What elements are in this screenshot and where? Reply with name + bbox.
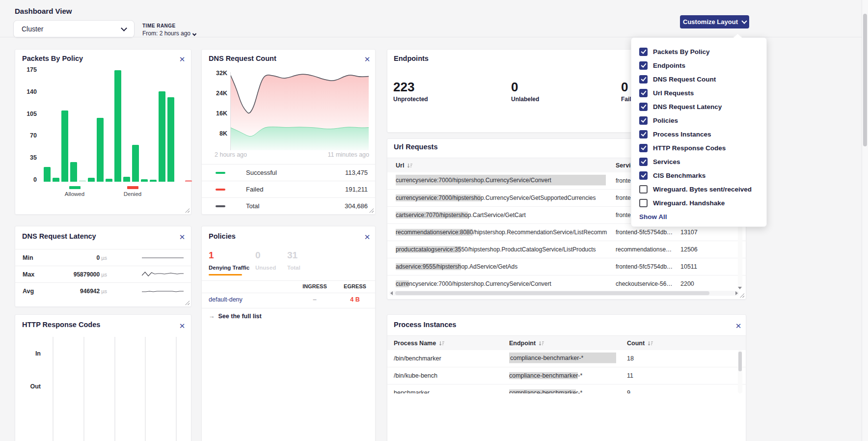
y-axis-tick: 175 (20, 66, 37, 73)
scroll-right-icon[interactable] (735, 291, 738, 295)
close-icon[interactable] (178, 322, 187, 331)
menu-item-label: Services (653, 158, 680, 165)
url-cell: currencyservice:7000/hipstershop.Currenc… (396, 280, 614, 287)
see-full-list-link[interactable]: See the full list (209, 313, 262, 320)
tab-total[interactable]: Total (287, 265, 300, 271)
y-axis-tick: 24K (206, 90, 227, 97)
page-scrollbar[interactable] (862, 0, 868, 441)
resize-handle[interactable] (185, 208, 190, 213)
menu-item-dns-request-count[interactable]: DNS Request Count (631, 72, 766, 86)
checkbox-checked-icon[interactable] (639, 75, 648, 83)
horizontal-scrollbar[interactable] (389, 291, 739, 296)
show-all-link[interactable]: Show All (631, 210, 766, 220)
stat-unlabeled: 0 Unlabeled (511, 80, 539, 103)
menu-item-label: Wireguard. Handshake (653, 199, 725, 207)
tab-denying-traffic[interactable]: Denying Traffic (209, 265, 249, 271)
column-header-count[interactable]: Count (627, 336, 653, 351)
time-range-value-button[interactable]: From: 2 hours ago (142, 30, 196, 37)
resize-handle[interactable] (740, 293, 744, 298)
gridline (114, 337, 115, 441)
customize-layout-button[interactable]: Customize Layout (680, 15, 749, 28)
menu-item-label: Packets By Policy (653, 48, 710, 55)
latency-unit: µs (101, 288, 107, 294)
checkbox-checked-icon[interactable] (639, 61, 648, 70)
sort-icon[interactable] (439, 341, 445, 346)
process-instance-row: /bin/kube-benchcompliance-benchmarker-*1… (387, 367, 746, 385)
checkbox-unchecked-icon[interactable] (639, 185, 648, 193)
sort-icon[interactable] (539, 341, 544, 346)
menu-item-label: Policies (653, 117, 678, 124)
scrollbar-thumb[interactable] (863, 14, 867, 146)
close-icon[interactable] (734, 322, 743, 331)
checkbox-checked-icon[interactable] (639, 103, 648, 111)
menu-item-endpoints[interactable]: Endpoints (631, 58, 766, 72)
checkbox-checked-icon[interactable] (639, 89, 648, 97)
close-icon[interactable] (363, 233, 372, 242)
url-cell: cartservice:7070/hipstershop.CartService… (396, 212, 614, 219)
y-axis-tick: 16K (206, 110, 227, 117)
close-icon[interactable] (363, 55, 372, 64)
dashboard-view-select[interactable]: Cluster (13, 20, 135, 38)
y-axis-tick: 105 (20, 110, 37, 117)
sort-icon[interactable] (648, 341, 653, 346)
failed-legend-swatch (216, 189, 225, 191)
menu-item-wireguard-handshake[interactable]: Wireguard. Handshake (631, 196, 766, 210)
allowed-bar (114, 70, 121, 182)
vertical-scrollbar[interactable] (738, 350, 742, 393)
resize-handle[interactable] (185, 301, 190, 305)
process-name-cell: benchmarker (394, 389, 502, 393)
close-icon[interactable] (178, 55, 187, 64)
menu-item-process-instances[interactable]: Process Instances (631, 127, 766, 141)
menu-item-label: Url Requests (653, 89, 694, 97)
scroll-left-icon[interactable] (390, 291, 393, 295)
menu-item-url-requests[interactable]: Url Requests (631, 86, 766, 100)
close-icon[interactable] (178, 233, 187, 242)
menu-item-dns-request-latency[interactable]: DNS Request Latency (631, 100, 766, 113)
url-highlight-chip: cartservice:7070/hipstersho (396, 212, 468, 219)
check-icon (641, 144, 646, 150)
menu-item-services[interactable]: Services (631, 155, 766, 168)
panel-title: DNS Request Count (209, 55, 276, 62)
column-header-endpoint[interactable]: Endpoint (509, 336, 544, 351)
check-icon (641, 172, 646, 178)
checkbox-unchecked-icon[interactable] (639, 199, 648, 207)
process-instance-row: /bin/benchmarkercompliance-benchmarker-*… (387, 350, 746, 367)
menu-item-cis-benchmarks[interactable]: CIS Benchmarks (631, 168, 766, 182)
scrollbar-thumb[interactable] (738, 352, 742, 371)
sparkline-chart (142, 286, 184, 297)
url-cell: recommendationservice:8080/hipstershop.R… (396, 229, 614, 236)
column-header-process-name[interactable]: Process Name (394, 336, 445, 351)
column-header-url[interactable]: Url (396, 158, 413, 173)
policy-link-default-deny[interactable]: default-deny (209, 296, 243, 303)
menu-item-policies[interactable]: Policies (631, 113, 766, 127)
scroll-down-icon[interactable] (738, 287, 742, 289)
y-axis-tick: 70 (20, 132, 37, 139)
allowed-bar (123, 177, 130, 182)
total-count: 31 (287, 250, 298, 261)
sort-icon[interactable] (407, 163, 413, 168)
checkbox-checked-icon[interactable] (639, 171, 648, 180)
sparkline-chart (142, 269, 184, 280)
menu-item-packets-by-policy[interactable]: Packets By Policy (631, 45, 766, 58)
dns-request-count-panel: DNS Request Count 32K 24K 16K 8K 2 hours… (201, 49, 376, 215)
menu-item-http-response-codes[interactable]: HTTP Response Codes (631, 141, 766, 155)
checkbox-checked-icon[interactable] (639, 48, 648, 56)
checkbox-checked-icon[interactable] (639, 144, 648, 152)
allowed-bar (88, 178, 95, 182)
url-request-row: productcatalogservice:3550/hipstershop.P… (387, 241, 746, 258)
checkbox-checked-icon[interactable] (639, 158, 648, 166)
menu-item-wireguard-bytes-sent-received[interactable]: Wireguard. Bytes sent/received (631, 182, 766, 196)
tab-unused[interactable]: Unused (255, 265, 276, 271)
policies-panel: Policies 1 Denying Traffic 0 Unused 31 T… (201, 226, 376, 441)
panel-title: Endpoints (394, 55, 429, 62)
allowed-bar (79, 180, 86, 182)
x-axis-label-start: 2 hours ago (215, 151, 247, 158)
checkbox-checked-icon[interactable] (639, 130, 648, 138)
divider (202, 293, 375, 293)
y-axis-tick: 140 (20, 88, 37, 95)
latency-value: 946942 (80, 288, 100, 295)
checkbox-checked-icon[interactable] (639, 116, 648, 125)
url-text: op.AdService/GetAds (461, 263, 517, 270)
scrollbar-thumb[interactable] (395, 291, 709, 295)
endpoint-cell: compliance-benchmarker-* (509, 372, 622, 379)
